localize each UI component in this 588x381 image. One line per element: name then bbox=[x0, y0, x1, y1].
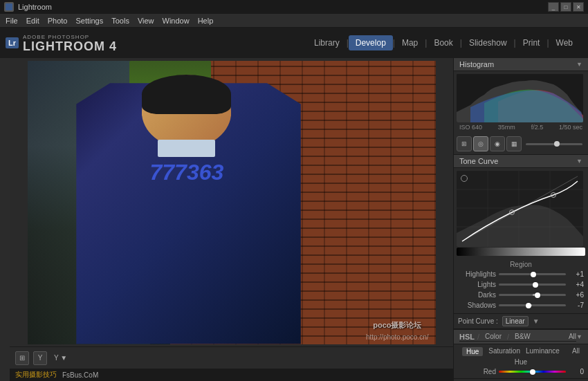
menu-photo[interactable]: Photo bbox=[48, 17, 68, 25]
highlights-track[interactable] bbox=[499, 273, 566, 275]
lights-track[interactable] bbox=[499, 284, 566, 286]
tone-curve-title: Tone Curve bbox=[459, 157, 498, 165]
hsl-tab-bw[interactable]: B&W bbox=[512, 332, 533, 341]
hue-label: Hue bbox=[458, 357, 584, 366]
bottom-toolbar: ⊞ Y Y ▼ bbox=[10, 346, 453, 369]
tab-book[interactable]: Book bbox=[427, 35, 459, 50]
hue-red-label: Red bbox=[458, 368, 496, 375]
menu-window[interactable]: Window bbox=[163, 17, 190, 25]
darks-value: +6 bbox=[569, 291, 584, 299]
hue-sub-tabs: Hue Saturation Luminance All bbox=[458, 346, 584, 357]
right-panel: Histogram ▼ bbox=[453, 58, 588, 381]
tone-curve-header[interactable]: Tone Curve ▼ bbox=[454, 155, 588, 168]
histogram-header[interactable]: Histogram ▼ bbox=[454, 58, 588, 71]
close-button[interactable]: ✕ bbox=[573, 2, 584, 12]
graduated-filter[interactable]: ▦ bbox=[506, 136, 522, 151]
lights-value: +4 bbox=[569, 281, 584, 288]
region-label: Region bbox=[458, 260, 584, 269]
spot-heal-tool[interactable]: ◎ bbox=[473, 136, 488, 151]
hsl-div-2: / bbox=[507, 333, 509, 341]
point-curve-label: Point Curve : bbox=[458, 317, 498, 325]
compare-button[interactable]: Y bbox=[33, 351, 47, 365]
crop-tool[interactable]: ⊞ bbox=[457, 136, 472, 151]
hue-tab-saturation[interactable]: Saturation bbox=[488, 347, 520, 356]
histogram-canvas bbox=[457, 74, 583, 122]
tab-map[interactable]: Map bbox=[395, 35, 425, 50]
tab-library[interactable]: Library bbox=[307, 35, 347, 50]
tab-print[interactable]: Print bbox=[516, 35, 547, 50]
shadows-row: Shadows -7 bbox=[458, 300, 584, 310]
lr-title: LIGHTROOM 4 bbox=[23, 40, 117, 53]
hsl-header[interactable]: HSL / Color / B&W All ▼ bbox=[454, 330, 588, 344]
darks-thumb[interactable] bbox=[535, 292, 540, 298]
red-eye-tool[interactable]: ◉ bbox=[490, 136, 505, 151]
histogram-lens: 35mm bbox=[498, 124, 515, 131]
tc-gradient bbox=[457, 248, 585, 256]
hsl-tabs: HSL / Color / B&W All bbox=[459, 332, 576, 342]
shadows-track[interactable] bbox=[499, 304, 566, 306]
hsl-section: HSL / Color / B&W All ▼ Hue Saturation L… bbox=[454, 328, 588, 378]
shadows-label: Shadows bbox=[458, 301, 496, 309]
tool-slider[interactable] bbox=[526, 143, 582, 145]
point-curve-arrow: ▼ bbox=[533, 317, 540, 325]
zoom-label: Y ▼ bbox=[54, 354, 67, 362]
shadows-thumb[interactable] bbox=[526, 303, 531, 308]
tone-curve-section bbox=[454, 168, 588, 259]
tab-slideshow[interactable]: Slideshow bbox=[462, 35, 514, 50]
hue-all[interactable]: All bbox=[572, 347, 580, 356]
window-controls[interactable]: _ □ ✕ bbox=[548, 2, 584, 12]
menu-tools[interactable]: Tools bbox=[111, 17, 129, 25]
watermark-bottom-2: FsBus.CoM bbox=[62, 371, 98, 379]
menu-edit[interactable]: Edit bbox=[26, 17, 39, 25]
darks-track[interactable] bbox=[499, 294, 566, 296]
highlights-value: +1 bbox=[569, 270, 584, 278]
svg-rect-0 bbox=[6, 3, 12, 10]
tool-slider-thumb bbox=[554, 141, 560, 147]
hue-tab-luminance[interactable]: Luminance bbox=[526, 347, 560, 356]
hue-red-row: Red 0 bbox=[458, 366, 584, 377]
menu-help[interactable]: Help bbox=[198, 17, 214, 25]
lights-row: Lights +4 bbox=[458, 279, 584, 290]
menu-file[interactable]: File bbox=[6, 17, 18, 25]
lights-thumb[interactable] bbox=[533, 282, 538, 288]
darks-label: Darks bbox=[458, 291, 496, 299]
zoom-fit-button[interactable]: ⊞ bbox=[15, 351, 29, 365]
histogram-info: ISO 640 35mm f/2.5 1/50 sec bbox=[457, 122, 585, 132]
hue-red-track[interactable] bbox=[499, 371, 566, 373]
center-panel: poco摄影论坛 http://photo.poco.cn/ 777363 ⊞ … bbox=[10, 58, 453, 381]
hue-tab-active[interactable]: Hue bbox=[462, 347, 483, 356]
minimize-button[interactable]: _ bbox=[548, 2, 559, 12]
info-bar: 实用摄影技巧 FsBus.CoM bbox=[10, 369, 453, 381]
tc-point-indicator bbox=[461, 175, 468, 182]
header: Lr ADOBE PHOTOSHOP LIGHTROOM 4 Library |… bbox=[0, 28, 588, 58]
histogram-aperture: f/2.5 bbox=[531, 124, 544, 131]
title-bar: Lightroom _ □ ✕ bbox=[0, 0, 588, 14]
person-shirt bbox=[158, 140, 215, 157]
watermark-bottom-1: 实用摄影技巧 bbox=[15, 370, 57, 380]
tool-row: ⊞ ◎ ◉ ▦ bbox=[454, 133, 588, 155]
lr-badge: Lr bbox=[6, 37, 19, 48]
overlay-numbers: 777363 bbox=[150, 160, 224, 185]
hsl-all-button[interactable]: All bbox=[569, 333, 576, 340]
tab-develop[interactable]: Develop bbox=[349, 35, 393, 50]
title-bar-left: Lightroom bbox=[4, 2, 52, 12]
region-section: Region Highlights +1 Lights +4 bbox=[454, 259, 588, 313]
highlights-row: Highlights +1 bbox=[458, 269, 584, 279]
person-hair bbox=[142, 75, 232, 114]
histogram-iso: ISO 640 bbox=[459, 124, 482, 131]
menu-settings[interactable]: Settings bbox=[75, 17, 103, 25]
hue-red-thumb[interactable] bbox=[530, 369, 535, 375]
photo-container[interactable]: poco摄影论坛 http://photo.poco.cn/ 777363 bbox=[28, 61, 436, 344]
tone-curve-svg bbox=[457, 171, 583, 247]
menu-view[interactable]: View bbox=[138, 17, 154, 25]
tab-web[interactable]: Web bbox=[549, 35, 580, 50]
tone-curve-canvas[interactable] bbox=[457, 171, 583, 247]
point-curve-select[interactable]: Linear bbox=[502, 316, 529, 326]
app-title: Lightroom bbox=[18, 3, 52, 11]
maximize-button[interactable]: □ bbox=[560, 2, 571, 12]
highlights-thumb[interactable] bbox=[531, 272, 536, 277]
histogram-section: ISO 640 35mm f/2.5 1/50 sec bbox=[454, 71, 588, 133]
hsl-div-1: / bbox=[477, 333, 479, 341]
bottom-buttons: Previous Reset bbox=[454, 378, 588, 381]
hsl-tab-color[interactable]: Color bbox=[482, 332, 504, 341]
